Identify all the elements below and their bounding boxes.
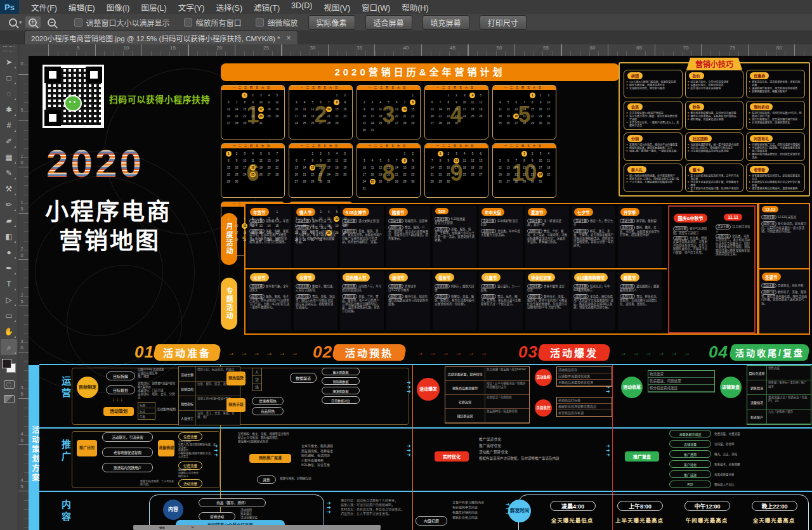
review-node: 店铺复盘 xyxy=(720,377,742,398)
scroll-left-icon[interactable]: ◀◀ xyxy=(159,526,164,529)
special-cards-row: 元旦节 活动主题新年新气象，全年讨彩头 适用行业服饰、家居、电子产品等，跨年迎新… xyxy=(247,271,665,330)
activity-title-badge: 白色情人节 xyxy=(343,273,370,281)
activity-theme: 活动主题情定一生，牵记七夕 xyxy=(573,219,613,227)
menu-item[interactable]: 选择(S) xyxy=(216,1,242,13)
burst-row: 微信群运营朋友圈种草 / 裂变群转化 xyxy=(445,409,529,423)
tool-button[interactable]: ➤ xyxy=(1,54,17,70)
options-button[interactable]: 填充屏幕 xyxy=(422,15,469,30)
text-line: 揣摩心理：写出引起用户的情感共鸣， xyxy=(341,503,440,507)
menu-item[interactable]: 滤镜(T) xyxy=(254,1,280,13)
menu-item[interactable]: 窗口(W) xyxy=(362,1,390,13)
promo-review-row: 店铺流量 访问量、转化率 xyxy=(669,440,808,448)
december-box: 12.12 活动主题12.12年末狂欢 适用行业各行业适用，延长双11后，以12… xyxy=(758,203,810,335)
zoom-in-button[interactable]: + xyxy=(25,16,41,29)
tool-button[interactable]: ✒ xyxy=(1,260,17,276)
screen-mode-icon[interactable] xyxy=(4,395,15,403)
tip-label: 集卡 xyxy=(689,166,704,173)
close-icon[interactable]: ✕ xyxy=(191,526,194,529)
phase-banner: 活动收尾/复盘 xyxy=(728,344,811,361)
document-tab-title: 2020小程序电商营销地图.jpg @ 12.5% (扫码可以获得小程序扶持, … xyxy=(31,33,280,43)
option-checkbox[interactable]: 缩放所有窗口 xyxy=(184,17,242,28)
tool-button[interactable]: ◌ xyxy=(1,86,17,101)
tool-button[interactable]: ● xyxy=(1,244,17,260)
month-days: 1234567891011121314151617181920212223242… xyxy=(428,150,485,185)
tool-button[interactable]: ▦ xyxy=(1,149,17,165)
tool-button[interactable]: ▭ xyxy=(1,307,17,323)
quick-mask-icon[interactable] xyxy=(4,380,15,389)
activity-card: 毕业狂欢季 活动主题青春不散场 注定狂欢 适用行业数码电子、美妆、服饰等，即将毕… xyxy=(525,271,569,330)
menu-item[interactable]: 视图(V) xyxy=(324,1,350,13)
flow-arrows: ➜➜➜ xyxy=(407,444,411,457)
tool-button[interactable]: ✋ xyxy=(1,323,17,339)
ruler-number: 10 xyxy=(19,153,25,166)
burst-node: 活动爆发 xyxy=(417,378,440,401)
options-button[interactable]: 打印尺寸 xyxy=(480,15,527,30)
option-checkbox[interactable]: 细微缩放 xyxy=(256,17,298,28)
tip-line: ➤利用微信生态好物推荐进行社交化分享扩散裂变 xyxy=(749,181,802,187)
menu-item[interactable]: 帮助(H) xyxy=(402,1,428,13)
tool-button[interactable]: ✎ xyxy=(1,165,17,181)
ruler-number: 15 xyxy=(170,45,176,51)
document-canvas[interactable]: 扫码可以获得小程序扶持 2020 小程序电商 营销地图 2020营销日历&全年营… xyxy=(29,56,812,530)
zoom-out-button[interactable]: − xyxy=(44,16,60,29)
tip-line: ➤未成团自动退款，降低参与顾虑 xyxy=(626,87,680,90)
tool-button[interactable]: ▷ xyxy=(1,292,17,307)
color-swatches[interactable] xyxy=(2,359,16,373)
tool-button[interactable]: # xyxy=(1,117,17,133)
ruler-number: 70 xyxy=(683,45,689,51)
status-strip[interactable]: ◀◀ ✕ xyxy=(133,525,381,530)
monitor-row: 主题商品流量及转化情况 xyxy=(557,380,612,386)
tool-button[interactable]: ⌕ xyxy=(1,339,17,355)
dash-arrows: → → → → → → xyxy=(417,349,489,356)
text-line: 推广'渠道'优化 xyxy=(479,436,599,443)
menu-item[interactable]: 图层(L) xyxy=(141,1,166,13)
promo-goal-pill: 老客唤醒促进复购 xyxy=(102,448,153,457)
checkbox-icon[interactable] xyxy=(184,18,192,27)
activity-card: 元旦节 活动主题新年新气象，全年讨彩头 适用行业服饰、家居、电子产品等，跨年迎新… xyxy=(247,271,291,330)
monitor-row: 补货商品库存补调 xyxy=(557,410,612,417)
options-button[interactable]: 适合屏幕 xyxy=(365,15,412,30)
checkbox-icon[interactable] xyxy=(256,18,264,27)
menu-item[interactable]: 3D(D) xyxy=(291,1,312,13)
time-slot: 中午12:00 xyxy=(684,501,730,511)
burst-row: 预售商品尾款催付短信 / 公众号模板消息 / 智能外呼提醒及时支付 xyxy=(445,381,529,395)
tip-line: ➤设立专属日'积分+储值'，锁定长期消费培养忠诚度 xyxy=(626,115,680,121)
menu-item[interactable]: 文件(F) xyxy=(31,1,57,13)
menu-item[interactable]: 文字(Y) xyxy=(178,1,205,13)
activity-industry: 适用行业食品、服饰、户外、旅游等，结合出行场景推食品、美妆等出行人群必备品，提升… xyxy=(388,225,428,240)
menu-item[interactable]: 编辑(E) xyxy=(69,1,95,13)
tool-preset[interactable]: ▾ xyxy=(9,18,22,27)
tip-line: ➤集卡瓜分奖池玩法拉高打开率，过年时节尤其应景 xyxy=(688,174,742,181)
tool-button[interactable]: □ xyxy=(1,70,17,86)
activity-industry: 适用行业图书行业、知识付费打造成类似读书节的全民购书盛事。 xyxy=(388,294,428,306)
content-polish-node: 内容打磨 xyxy=(416,516,447,526)
document-tab[interactable]: 2020小程序电商营销地图.jpg @ 12.5% (扫码可以获得小程序扶持, … xyxy=(24,30,298,45)
tool-button[interactable]: ✏ xyxy=(1,197,17,212)
tool-button[interactable]: ◧ xyxy=(1,228,17,244)
option-checkbox[interactable]: 调整窗口大小以满屏显示 xyxy=(74,17,170,28)
activity-theme: 活动主题童心童乐，六一一起嗨 xyxy=(481,284,521,292)
options-button[interactable]: 实际像素 xyxy=(308,15,355,30)
tool-button[interactable]: ✱ xyxy=(1,101,17,117)
tool-button[interactable]: ⚒ xyxy=(1,181,17,197)
foreground-color[interactable] xyxy=(2,359,11,368)
review-row: 销售情况销售额 / 客单价 / 毛利率 / 推广成本 xyxy=(747,380,811,395)
activity-theme: 活动主题妈妈节，感恩大回馈 xyxy=(435,284,475,292)
tool-button[interactable]: ✐ xyxy=(1,133,17,149)
activity-title-badge: 读书节 xyxy=(389,273,408,281)
panel-grip-icon[interactable] xyxy=(3,46,15,51)
weekday-header: 一二三四五六日 xyxy=(357,86,420,90)
phase-number: 02 xyxy=(313,342,332,362)
tip-card: 分销 ➤发展用户成为分销员，推动全平台传播裂变➤佣金阶梯设置，更高奖励激励推广达… xyxy=(624,132,683,161)
table-row: 人员分工运营、美工、文案、客服、仓储、推广 xyxy=(179,411,240,425)
tip-card: 老带新 ➤老客邀请新客双方同享礼，是拉低拉新成本玩法➤利用微信生态好物推荐进行社… xyxy=(746,164,805,192)
tool-button[interactable]: ▰ xyxy=(1,212,17,228)
calendar-month: 一二三四五六日 3 123456789101112131415161718192… xyxy=(357,85,421,139)
tool-button[interactable]: T xyxy=(1,276,17,292)
tab-close-icon[interactable]: × xyxy=(287,34,291,42)
calendar-month: 一二三四五六日 9 123456789101112131415161718192… xyxy=(424,143,488,198)
menu-item[interactable]: 图像(I) xyxy=(107,1,130,13)
promo-review-row: 推广费用 曝光、点击、消耗 xyxy=(669,450,808,458)
checkbox-icon[interactable] xyxy=(74,18,82,27)
activity-title-badge: 年中大促 xyxy=(481,208,504,216)
